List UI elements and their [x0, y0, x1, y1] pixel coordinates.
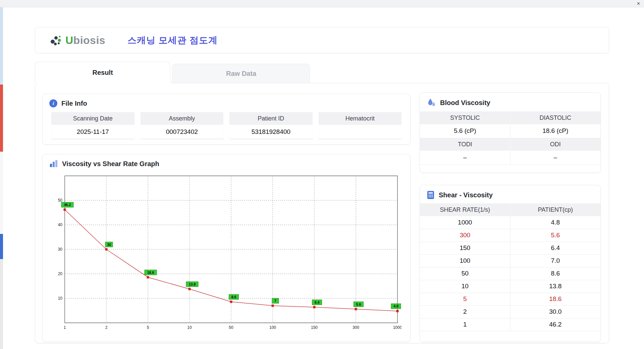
svg-text:6.4: 6.4	[315, 300, 320, 304]
close-icon[interactable]: ×	[637, 1, 640, 7]
sv-row: 146.2	[420, 318, 600, 331]
sv-cell: 8.6	[510, 267, 600, 280]
sv-cell: 1	[420, 318, 510, 331]
sv-cell: 1000	[420, 216, 510, 229]
field-label: Scanning Date	[51, 112, 135, 125]
field-value	[319, 125, 402, 139]
bv-col-label: DIASTOLIC	[510, 111, 600, 124]
sv-row: 518.6	[420, 293, 600, 305]
calculator-icon	[427, 191, 435, 199]
sv-row: 508.6	[420, 267, 600, 280]
sv-cell: 6.4	[510, 242, 600, 254]
bv-value: 5.6 (cP)	[420, 124, 510, 138]
file-info-field-scanning-date: Scanning Date2025-11-17	[51, 112, 135, 139]
field-label: Hematocrit	[319, 112, 402, 125]
blood-viscosity-card: Blood Viscosity SYSTOLICDIASTOLIC5.6 (cP…	[420, 92, 601, 173]
desktop-edge-segment	[0, 85, 3, 152]
sv-cell: 100	[420, 254, 510, 267]
svg-text:30: 30	[58, 247, 63, 252]
file-info-field-assembly: Assembly000723402	[141, 112, 224, 139]
shear-viscosity-header: Shear - Viscosity	[420, 185, 600, 203]
svg-text:150: 150	[311, 325, 318, 330]
shear-viscosity-card: Shear - Viscosity SHEAR RATE(1/s)PATIENT…	[420, 185, 601, 342]
logo-text: Ubiosis	[65, 34, 105, 47]
desktop-edge-segment	[0, 7, 3, 85]
file-info-title: File Info	[61, 100, 87, 107]
sv-cell: 13.8	[510, 280, 600, 293]
sv-cell: 4.8	[510, 216, 600, 229]
app-header: Ubiosis 스캐닝 모세관 점도계	[35, 27, 609, 53]
bv-header-row: SYSTOLICDIASTOLIC	[420, 111, 600, 124]
svg-text:13.8: 13.8	[189, 282, 196, 286]
sv-col-header: PATIENT(cp)	[510, 203, 600, 216]
file-info-card: i File Info Scanning Date2025-11-17Assem…	[42, 94, 411, 145]
sv-row: 1506.4	[420, 242, 600, 254]
svg-text:1: 1	[64, 325, 66, 330]
file-info-field-hematocrit: Hematocrit	[319, 112, 402, 139]
bv-value-row: ––	[420, 151, 600, 164]
svg-text:20: 20	[58, 271, 63, 276]
tab-result[interactable]: Result	[35, 62, 170, 83]
sv-cell: 18.6	[510, 293, 600, 305]
sv-cell: 300	[420, 229, 510, 242]
logo-dots-icon	[49, 34, 63, 47]
svg-text:5.6: 5.6	[356, 302, 361, 306]
svg-text:100: 100	[269, 325, 276, 330]
field-label: Assembly	[141, 112, 224, 125]
blood-viscosity-header: Blood Viscosity	[420, 93, 600, 111]
field-value: 000723402	[141, 125, 224, 139]
desktop-edge-segment	[0, 259, 3, 349]
blood-viscosity-title: Blood Viscosity	[440, 99, 490, 107]
svg-text:46.2: 46.2	[64, 203, 71, 207]
sv-col-header: SHEAR RATE(1/s)	[420, 203, 510, 216]
droplets-icon	[427, 98, 436, 107]
bar-chart-icon	[49, 160, 58, 168]
svg-text:10: 10	[58, 296, 63, 301]
graph-header: Viscosity vs Shear Rate Graph	[43, 154, 410, 172]
desktop-edge-strip	[0, 7, 3, 349]
field-value: 53181928400	[229, 125, 313, 139]
bv-value: –	[420, 151, 510, 164]
svg-text:4.8: 4.8	[393, 304, 398, 308]
sv-cell: 150	[420, 242, 510, 254]
sv-cell: 30.0	[510, 305, 600, 318]
sv-row: 230.0	[420, 305, 600, 318]
sv-header-row: SHEAR RATE(1/s)PATIENT(cp)	[420, 203, 600, 216]
shear-viscosity-title: Shear - Viscosity	[439, 191, 493, 199]
ubiosis-logo: Ubiosis	[49, 34, 105, 47]
svg-text:18.6: 18.6	[147, 270, 154, 275]
tab-raw-data[interactable]: Raw Data	[172, 64, 310, 83]
bv-value: 18.6 (cP)	[510, 124, 600, 138]
sv-cell: 10	[420, 280, 510, 293]
svg-text:7: 7	[274, 299, 276, 303]
svg-text:8.6: 8.6	[231, 295, 236, 299]
chart-area: 10203040501251050100150300100046.23018.6…	[43, 172, 410, 333]
desktop-edge-segment	[0, 234, 3, 259]
page-title: 스캐닝 모세관 점도계	[127, 34, 218, 46]
svg-text:5: 5	[147, 325, 149, 330]
file-info-fields: Scanning Date2025-11-17Assembly000723402…	[43, 111, 410, 139]
bv-header-row: TODIODI	[420, 138, 600, 151]
sv-row: 10004.8	[420, 216, 600, 229]
sv-row: 3005.6	[420, 229, 600, 242]
sv-row: 1013.8	[420, 280, 600, 293]
svg-text:30: 30	[107, 243, 111, 247]
svg-text:40: 40	[58, 222, 63, 227]
sv-cell: 5	[420, 293, 510, 305]
sv-cell: 46.2	[510, 318, 600, 331]
sv-cell: 7.0	[510, 254, 600, 267]
bv-value: –	[510, 151, 600, 164]
graph-title: Viscosity vs Shear Rate Graph	[62, 160, 159, 168]
bv-value-row: 5.6 (cP)18.6 (cP)	[420, 124, 600, 138]
file-info-header: i File Info	[43, 94, 410, 111]
bv-col-label: ODI	[510, 138, 600, 151]
svg-text:10: 10	[187, 325, 192, 330]
shear-viscosity-table: SHEAR RATE(1/s)PATIENT(cp)10004.83005.61…	[420, 203, 600, 331]
blood-viscosity-table: SYSTOLICDIASTOLIC5.6 (cP)18.6 (cP)TODIOD…	[420, 111, 600, 165]
svg-text:300: 300	[353, 325, 359, 330]
desktop-edge-segment	[0, 152, 3, 234]
viscosity-graph-card: Viscosity vs Shear Rate Graph 1020304050…	[42, 154, 411, 342]
svg-text:1000: 1000	[393, 325, 401, 330]
field-label: Patient ID	[229, 112, 313, 125]
viscosity-chart: 10203040501251050100150300100046.23018.6…	[47, 172, 401, 332]
